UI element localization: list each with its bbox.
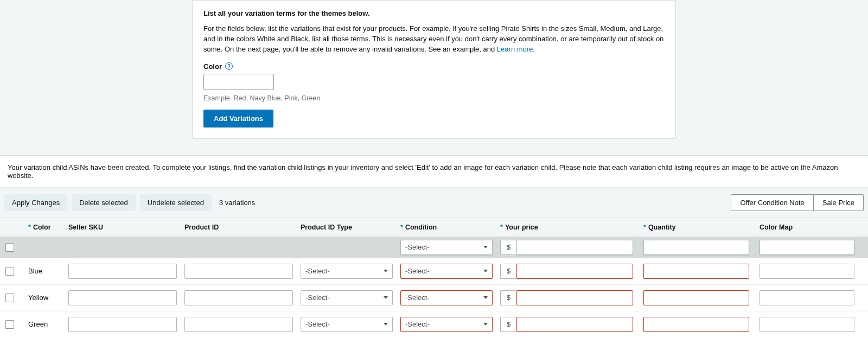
- table-row: Green -Select- -Select- $: [0, 311, 868, 338]
- product-id-type-select[interactable]: -Select-: [301, 264, 393, 279]
- seller-sku-input[interactable]: [68, 317, 177, 332]
- variation-description-tail: .: [533, 45, 535, 53]
- color-map-input[interactable]: [760, 317, 854, 332]
- select-placeholder-text: -Select-: [305, 267, 330, 275]
- row-color-value: Yellow: [28, 294, 66, 302]
- product-id-type-select[interactable]: -Select-: [301, 290, 393, 305]
- row-checkbox[interactable]: [5, 267, 14, 276]
- add-variations-button[interactable]: Add Variations: [203, 110, 273, 127]
- header-color-map: Color Map: [760, 224, 868, 231]
- currency-prefix: $: [500, 290, 516, 305]
- bulk-price-input[interactable]: $: [500, 240, 633, 255]
- seller-sku-input[interactable]: [68, 290, 177, 305]
- bulk-condition-placeholder: -Select-: [405, 243, 430, 251]
- condition-select[interactable]: -Select-: [400, 264, 493, 279]
- chevron-down-icon: [483, 270, 488, 272]
- color-input[interactable]: [203, 74, 274, 90]
- variation-terms-card: List all your variation terms for the th…: [192, 0, 676, 139]
- chevron-down-icon: [483, 246, 488, 248]
- learn-more-link[interactable]: Learn more: [497, 45, 533, 53]
- seller-sku-input[interactable]: [68, 264, 177, 279]
- select-placeholder-text: -Select-: [405, 320, 430, 328]
- offer-condition-note-button[interactable]: Offer Condition Note: [731, 194, 813, 211]
- quantity-input[interactable]: [643, 264, 749, 279]
- select-all-checkbox[interactable]: [5, 243, 14, 252]
- color-map-input[interactable]: [760, 264, 854, 279]
- product-id-type-select[interactable]: -Select-: [301, 317, 393, 332]
- chevron-down-icon: [384, 323, 388, 326]
- header-sku: Seller SKU: [68, 224, 182, 231]
- currency-prefix: $: [500, 240, 516, 255]
- variations-count: 3 variations: [219, 199, 255, 207]
- currency-prefix: $: [500, 317, 516, 332]
- bulk-color-map-input[interactable]: [760, 240, 854, 255]
- header-color: Color: [33, 224, 51, 231]
- price-input[interactable]: $: [500, 317, 633, 332]
- header-quantity: Quantity: [648, 224, 676, 231]
- header-price: Your price: [505, 224, 538, 231]
- condition-select[interactable]: -Select-: [400, 317, 493, 332]
- row-checkbox[interactable]: [5, 320, 14, 329]
- color-label-text: Color: [203, 62, 222, 71]
- select-placeholder-text: -Select-: [305, 320, 330, 328]
- price-input[interactable]: $: [500, 290, 633, 305]
- price-input[interactable]: $: [500, 264, 633, 279]
- product-id-input[interactable]: [184, 290, 293, 305]
- row-color-value: Blue: [28, 267, 66, 275]
- delete-selected-button[interactable]: Delete selected: [72, 194, 136, 211]
- select-placeholder-text: -Select-: [405, 267, 430, 275]
- quantity-input[interactable]: [643, 317, 749, 332]
- chevron-down-icon: [483, 296, 488, 299]
- variations-table: *Color Seller SKU Product ID Product ID …: [0, 218, 868, 338]
- header-condition: Condition: [405, 224, 437, 231]
- select-placeholder-text: -Select-: [305, 294, 330, 302]
- header-product-id-type: Product ID Type: [301, 224, 398, 231]
- color-example-text: Example: Red, Navy Blue, Pink, Green: [203, 94, 665, 102]
- bulk-condition-select[interactable]: -Select-: [400, 240, 493, 255]
- asin-created-notice: Your variation child ASINs have been cre…: [0, 155, 868, 188]
- bulk-apply-row: -Select- $: [0, 237, 868, 258]
- sale-price-button[interactable]: Sale Price: [813, 194, 864, 211]
- chevron-down-icon: [384, 296, 388, 299]
- table-row: Yellow -Select- -Select- $: [0, 285, 868, 311]
- bulk-quantity-input[interactable]: [643, 240, 749, 255]
- chevron-down-icon: [483, 323, 488, 326]
- variation-heading: List all your variation terms for the th…: [203, 9, 665, 17]
- color-map-input[interactable]: [760, 290, 854, 305]
- variations-toolbar: Apply Changes Delete selected Undelete s…: [0, 188, 868, 218]
- currency-prefix: $: [500, 264, 516, 279]
- product-id-input[interactable]: [184, 317, 293, 332]
- help-icon[interactable]: ?: [225, 62, 233, 70]
- header-product-id: Product ID: [184, 224, 298, 231]
- select-placeholder-text: -Select-: [405, 294, 430, 302]
- chevron-down-icon: [384, 270, 388, 272]
- undelete-selected-button[interactable]: Undelete selected: [140, 194, 212, 211]
- row-color-value: Green: [28, 320, 66, 328]
- variation-description: For the fields below, list the variation…: [203, 24, 665, 55]
- variation-description-text: For the fields below, list the variation…: [203, 24, 663, 53]
- row-checkbox[interactable]: [5, 294, 14, 302]
- apply-changes-button[interactable]: Apply Changes: [4, 194, 67, 211]
- color-field-label: Color ?: [203, 62, 665, 71]
- table-row: Blue -Select- -Select- $: [0, 258, 868, 285]
- table-header-row: *Color Seller SKU Product ID Product ID …: [0, 218, 868, 237]
- quantity-input[interactable]: [643, 290, 749, 305]
- product-id-input[interactable]: [184, 264, 293, 279]
- condition-select[interactable]: -Select-: [400, 290, 493, 305]
